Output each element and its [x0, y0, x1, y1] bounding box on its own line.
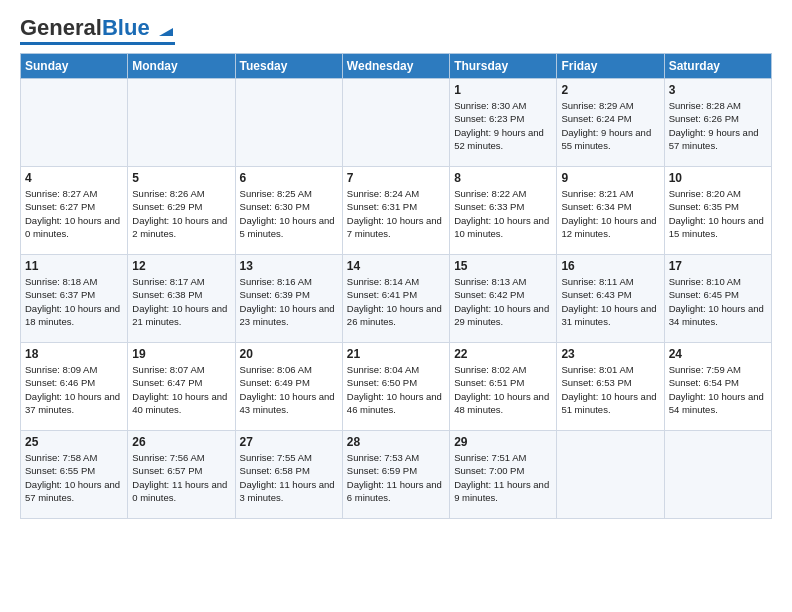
day-info: Sunrise: 8:16 AM Sunset: 6:39 PM Dayligh…	[240, 275, 338, 328]
day-number: 27	[240, 435, 338, 449]
day-number: 8	[454, 171, 552, 185]
day-info: Sunrise: 8:22 AM Sunset: 6:33 PM Dayligh…	[454, 187, 552, 240]
svg-marker-0	[159, 28, 173, 36]
day-number: 17	[669, 259, 767, 273]
day-number: 20	[240, 347, 338, 361]
day-number: 26	[132, 435, 230, 449]
day-cell	[128, 79, 235, 167]
day-info: Sunrise: 7:53 AM Sunset: 6:59 PM Dayligh…	[347, 451, 445, 504]
day-cell: 20Sunrise: 8:06 AM Sunset: 6:49 PM Dayli…	[235, 343, 342, 431]
day-info: Sunrise: 8:01 AM Sunset: 6:53 PM Dayligh…	[561, 363, 659, 416]
day-number: 19	[132, 347, 230, 361]
day-cell: 17Sunrise: 8:10 AM Sunset: 6:45 PM Dayli…	[664, 255, 771, 343]
column-header-wednesday: Wednesday	[342, 54, 449, 79]
day-info: Sunrise: 7:55 AM Sunset: 6:58 PM Dayligh…	[240, 451, 338, 504]
week-row-5: 25Sunrise: 7:58 AM Sunset: 6:55 PM Dayli…	[21, 431, 772, 519]
day-cell: 11Sunrise: 8:18 AM Sunset: 6:37 PM Dayli…	[21, 255, 128, 343]
day-info: Sunrise: 7:51 AM Sunset: 7:00 PM Dayligh…	[454, 451, 552, 504]
day-number: 14	[347, 259, 445, 273]
column-header-tuesday: Tuesday	[235, 54, 342, 79]
day-number: 21	[347, 347, 445, 361]
week-row-4: 18Sunrise: 8:09 AM Sunset: 6:46 PM Dayli…	[21, 343, 772, 431]
day-cell: 9Sunrise: 8:21 AM Sunset: 6:34 PM Daylig…	[557, 167, 664, 255]
day-number: 28	[347, 435, 445, 449]
day-info: Sunrise: 8:04 AM Sunset: 6:50 PM Dayligh…	[347, 363, 445, 416]
logo-general: General	[20, 15, 102, 40]
column-header-thursday: Thursday	[450, 54, 557, 79]
day-cell	[342, 79, 449, 167]
day-info: Sunrise: 8:25 AM Sunset: 6:30 PM Dayligh…	[240, 187, 338, 240]
day-cell: 8Sunrise: 8:22 AM Sunset: 6:33 PM Daylig…	[450, 167, 557, 255]
day-cell: 24Sunrise: 7:59 AM Sunset: 6:54 PM Dayli…	[664, 343, 771, 431]
week-row-1: 1Sunrise: 8:30 AM Sunset: 6:23 PM Daylig…	[21, 79, 772, 167]
day-info: Sunrise: 8:11 AM Sunset: 6:43 PM Dayligh…	[561, 275, 659, 328]
day-cell: 15Sunrise: 8:13 AM Sunset: 6:42 PM Dayli…	[450, 255, 557, 343]
day-cell: 7Sunrise: 8:24 AM Sunset: 6:31 PM Daylig…	[342, 167, 449, 255]
logo: GeneralBlue	[20, 16, 175, 45]
day-cell: 18Sunrise: 8:09 AM Sunset: 6:46 PM Dayli…	[21, 343, 128, 431]
day-cell: 25Sunrise: 7:58 AM Sunset: 6:55 PM Dayli…	[21, 431, 128, 519]
day-number: 23	[561, 347, 659, 361]
day-cell: 5Sunrise: 8:26 AM Sunset: 6:29 PM Daylig…	[128, 167, 235, 255]
week-row-2: 4Sunrise: 8:27 AM Sunset: 6:27 PM Daylig…	[21, 167, 772, 255]
logo-underline	[20, 42, 175, 45]
calendar-header-row: SundayMondayTuesdayWednesdayThursdayFrid…	[21, 54, 772, 79]
day-cell: 4Sunrise: 8:27 AM Sunset: 6:27 PM Daylig…	[21, 167, 128, 255]
day-cell: 19Sunrise: 8:07 AM Sunset: 6:47 PM Dayli…	[128, 343, 235, 431]
header: GeneralBlue	[20, 16, 772, 45]
day-number: 24	[669, 347, 767, 361]
day-info: Sunrise: 8:30 AM Sunset: 6:23 PM Dayligh…	[454, 99, 552, 152]
day-info: Sunrise: 8:09 AM Sunset: 6:46 PM Dayligh…	[25, 363, 123, 416]
day-cell	[235, 79, 342, 167]
day-cell: 22Sunrise: 8:02 AM Sunset: 6:51 PM Dayli…	[450, 343, 557, 431]
day-info: Sunrise: 7:58 AM Sunset: 6:55 PM Dayligh…	[25, 451, 123, 504]
day-cell: 26Sunrise: 7:56 AM Sunset: 6:57 PM Dayli…	[128, 431, 235, 519]
day-number: 13	[240, 259, 338, 273]
day-info: Sunrise: 8:24 AM Sunset: 6:31 PM Dayligh…	[347, 187, 445, 240]
day-cell: 29Sunrise: 7:51 AM Sunset: 7:00 PM Dayli…	[450, 431, 557, 519]
day-info: Sunrise: 8:14 AM Sunset: 6:41 PM Dayligh…	[347, 275, 445, 328]
day-cell	[664, 431, 771, 519]
day-number: 18	[25, 347, 123, 361]
day-cell: 13Sunrise: 8:16 AM Sunset: 6:39 PM Dayli…	[235, 255, 342, 343]
day-cell: 2Sunrise: 8:29 AM Sunset: 6:24 PM Daylig…	[557, 79, 664, 167]
day-info: Sunrise: 8:07 AM Sunset: 6:47 PM Dayligh…	[132, 363, 230, 416]
day-cell: 10Sunrise: 8:20 AM Sunset: 6:35 PM Dayli…	[664, 167, 771, 255]
day-info: Sunrise: 8:20 AM Sunset: 6:35 PM Dayligh…	[669, 187, 767, 240]
day-info: Sunrise: 8:18 AM Sunset: 6:37 PM Dayligh…	[25, 275, 123, 328]
logo-triangle-icon	[157, 20, 175, 38]
day-number: 25	[25, 435, 123, 449]
day-cell: 21Sunrise: 8:04 AM Sunset: 6:50 PM Dayli…	[342, 343, 449, 431]
day-info: Sunrise: 8:21 AM Sunset: 6:34 PM Dayligh…	[561, 187, 659, 240]
day-cell: 23Sunrise: 8:01 AM Sunset: 6:53 PM Dayli…	[557, 343, 664, 431]
day-cell: 16Sunrise: 8:11 AM Sunset: 6:43 PM Dayli…	[557, 255, 664, 343]
day-number: 11	[25, 259, 123, 273]
day-number: 4	[25, 171, 123, 185]
day-info: Sunrise: 7:59 AM Sunset: 6:54 PM Dayligh…	[669, 363, 767, 416]
day-cell: 28Sunrise: 7:53 AM Sunset: 6:59 PM Dayli…	[342, 431, 449, 519]
day-number: 9	[561, 171, 659, 185]
day-number: 3	[669, 83, 767, 97]
day-info: Sunrise: 8:02 AM Sunset: 6:51 PM Dayligh…	[454, 363, 552, 416]
column-header-friday: Friday	[557, 54, 664, 79]
logo-blue: Blue	[102, 15, 150, 40]
day-number: 1	[454, 83, 552, 97]
day-number: 16	[561, 259, 659, 273]
calendar-table: SundayMondayTuesdayWednesdayThursdayFrid…	[20, 53, 772, 519]
day-cell: 27Sunrise: 7:55 AM Sunset: 6:58 PM Dayli…	[235, 431, 342, 519]
column-header-sunday: Sunday	[21, 54, 128, 79]
day-info: Sunrise: 8:27 AM Sunset: 6:27 PM Dayligh…	[25, 187, 123, 240]
calendar-page: GeneralBlue SundayMondayTuesdayWednesday…	[0, 0, 792, 612]
day-cell: 1Sunrise: 8:30 AM Sunset: 6:23 PM Daylig…	[450, 79, 557, 167]
day-cell: 12Sunrise: 8:17 AM Sunset: 6:38 PM Dayli…	[128, 255, 235, 343]
day-info: Sunrise: 8:26 AM Sunset: 6:29 PM Dayligh…	[132, 187, 230, 240]
day-number: 2	[561, 83, 659, 97]
day-info: Sunrise: 8:17 AM Sunset: 6:38 PM Dayligh…	[132, 275, 230, 328]
day-number: 5	[132, 171, 230, 185]
day-number: 29	[454, 435, 552, 449]
day-number: 12	[132, 259, 230, 273]
day-info: Sunrise: 7:56 AM Sunset: 6:57 PM Dayligh…	[132, 451, 230, 504]
day-number: 15	[454, 259, 552, 273]
day-number: 7	[347, 171, 445, 185]
column-header-monday: Monday	[128, 54, 235, 79]
